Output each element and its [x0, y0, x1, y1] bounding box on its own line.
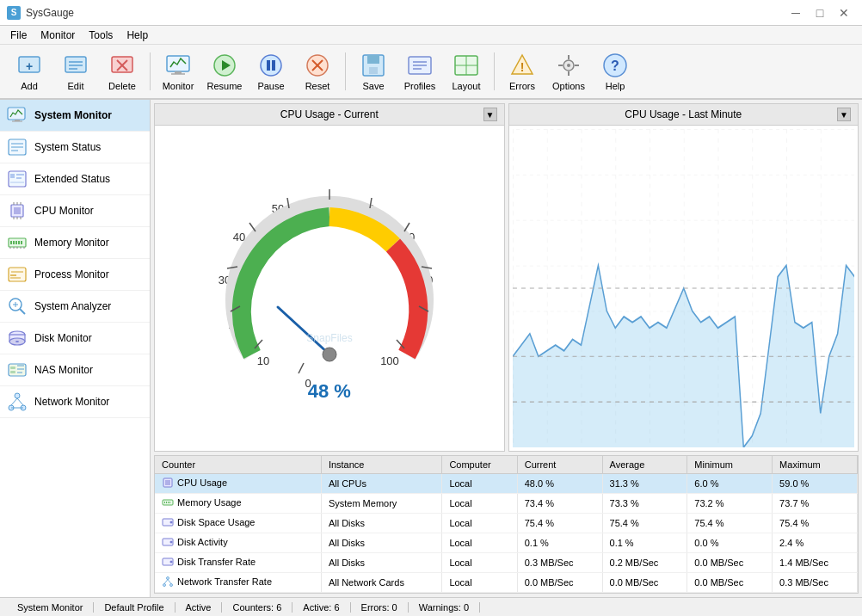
pause-icon	[257, 52, 285, 79]
profiles-button[interactable]: Profiles	[397, 47, 442, 95]
resume-button[interactable]: Resume	[202, 47, 247, 95]
linechart-title: CPU Usage - Last Minute	[530, 108, 838, 120]
sidebar-icon-extended-status	[7, 169, 28, 189]
menu-help[interactable]: Help	[120, 28, 155, 43]
options-button[interactable]: Options	[546, 47, 591, 95]
data-table-container: Counter Instance Computer Current Averag…	[154, 455, 859, 594]
sidebar-label-extended-status: Extended Status	[34, 173, 110, 185]
svg-point-138	[170, 541, 173, 544]
gauge-title: CPU Usage - Current	[175, 108, 483, 120]
options-icon	[555, 52, 582, 79]
svg-point-141	[167, 577, 169, 580]
data-table: Counter Instance Computer Current Averag…	[155, 456, 858, 593]
th-computer: Computer	[442, 456, 517, 474]
help-button[interactable]: ? Help	[593, 47, 637, 95]
table-row[interactable]: CPU Usage All CPUs Local 48.0 % 31.3 % 6…	[155, 474, 858, 494]
sidebar-label-system-analyzer: System Analyzer	[34, 300, 111, 312]
svg-rect-85	[10, 371, 15, 373]
svg-line-76	[20, 309, 25, 314]
delete-button[interactable]: Delete	[100, 47, 145, 95]
gauge-collapse-button[interactable]: ▼	[483, 108, 497, 121]
edit-button[interactable]: Edit	[53, 47, 98, 95]
linechart-collapse-button[interactable]: ▼	[837, 108, 851, 121]
title-bar: S SysGauge ─ □ ✕	[0, 0, 862, 26]
svg-line-145	[168, 580, 171, 584]
sidebar-item-memory-monitor[interactable]: Memory Monitor	[0, 227, 150, 259]
menu-monitor[interactable]: Monitor	[34, 28, 82, 43]
gauge-panel: CPU Usage - Current ▼ 0 10 20 30 40 50	[154, 103, 505, 452]
main-layout: System Monitor System Status	[0, 100, 862, 597]
sidebar-item-system-analyzer[interactable]: System Analyzer	[0, 291, 150, 323]
svg-rect-62	[13, 241, 15, 244]
toolbar-sep-1	[150, 52, 151, 90]
app-title: SysGauge	[26, 7, 785, 19]
svg-rect-63	[15, 241, 17, 244]
sidebar-icon-system-analyzer	[7, 296, 28, 317]
svg-rect-61	[10, 241, 12, 244]
toolbar: + Add Edit Delete	[0, 45, 862, 100]
sidebar-label-disk-monitor: Disk Monitor	[34, 332, 92, 344]
status-warnings: Warnings: 0	[409, 602, 480, 613]
menu-bar: File Monitor Tools Help	[0, 26, 862, 45]
sidebar-item-system-monitor[interactable]: System Monitor	[0, 100, 150, 132]
svg-text:?: ?	[611, 59, 619, 73]
svg-text:+: +	[26, 59, 33, 73]
errors-button[interactable]: ! Errors	[500, 47, 545, 95]
sidebar-item-extended-status[interactable]: Extended Status	[0, 163, 150, 195]
svg-rect-73	[10, 274, 16, 276]
save-button[interactable]: Save	[351, 47, 396, 95]
svg-rect-50	[16, 177, 22, 179]
sidebar: System Monitor System Status	[0, 100, 151, 597]
sidebar-item-system-status[interactable]: System Status	[0, 132, 150, 163]
monitor-button[interactable]: Monitor	[156, 47, 200, 95]
table-row[interactable]: Network Transfer Rate All Network Cards …	[155, 573, 858, 593]
svg-text:SnapFiles: SnapFiles	[306, 332, 352, 344]
window-controls: ─ □ ✕	[785, 4, 855, 22]
sidebar-item-process-monitor[interactable]: Process Monitor	[0, 259, 150, 291]
svg-rect-74	[10, 277, 21, 279]
table-row[interactable]: Disk Transfer Rate All Disks Local 0.3 M…	[155, 553, 858, 573]
svg-rect-49	[16, 174, 24, 176]
status-counters: Counters: 6	[222, 602, 292, 613]
status-errors: Errors: 0	[351, 602, 409, 613]
sidebar-label-system-monitor: System Monitor	[34, 109, 112, 121]
svg-text:100: 100	[380, 354, 399, 367]
layout-button[interactable]: Layout	[444, 47, 489, 95]
reset-button[interactable]: Reset	[295, 47, 340, 95]
table-header: Counter Instance Computer Current Averag…	[155, 456, 858, 474]
svg-point-120	[323, 348, 336, 361]
menu-file[interactable]: File	[3, 28, 34, 43]
table-row[interactable]: Disk Activity All Disks Local 0.1 % 0.1 …	[155, 533, 858, 553]
sidebar-item-cpu-monitor[interactable]: CPU Monitor	[0, 195, 150, 227]
table-row[interactable]: Memory Usage System Memory Local 73.4 % …	[155, 494, 858, 514]
sidebar-icon-cpu-monitor	[7, 200, 28, 221]
add-button[interactable]: + Add	[7, 47, 52, 95]
minimize-button[interactable]: ─	[785, 4, 807, 22]
app-icon: S	[7, 6, 21, 20]
sidebar-label-process-monitor: Process Monitor	[34, 268, 109, 280]
sidebar-item-nas-monitor[interactable]: NAS Monitor	[0, 354, 150, 386]
sidebar-item-disk-monitor[interactable]: Disk Monitor	[0, 323, 150, 354]
table-row[interactable]: Disk Space Usage All Disks Local 75.4 % …	[155, 514, 858, 533]
sidebar-icon-disk-monitor	[7, 328, 28, 348]
sidebar-label-cpu-monitor: CPU Monitor	[34, 205, 94, 217]
svg-rect-2	[65, 57, 86, 72]
svg-point-142	[163, 584, 166, 587]
svg-text:!: !	[520, 60, 525, 74]
svg-rect-53	[14, 207, 21, 214]
sidebar-label-network-monitor: Network Monitor	[34, 396, 109, 408]
resume-icon	[211, 52, 238, 79]
linechart-area	[509, 126, 859, 451]
th-current: Current	[517, 456, 602, 474]
close-button[interactable]: ✕	[833, 4, 855, 22]
svg-point-140	[170, 561, 173, 564]
menu-tools[interactable]: Tools	[82, 28, 120, 43]
sidebar-icon-process-monitor	[7, 264, 28, 285]
pause-button[interactable]: Pause	[249, 47, 293, 95]
sidebar-item-network-monitor[interactable]: Network Monitor	[0, 386, 150, 418]
th-instance: Instance	[321, 456, 442, 474]
sidebar-icon-nas-monitor	[7, 360, 28, 380]
maximize-button[interactable]: □	[809, 4, 831, 22]
toolbar-sep-3	[494, 52, 495, 90]
charts-row: CPU Usage - Current ▼ 0 10 20 30 40 50	[151, 100, 862, 455]
